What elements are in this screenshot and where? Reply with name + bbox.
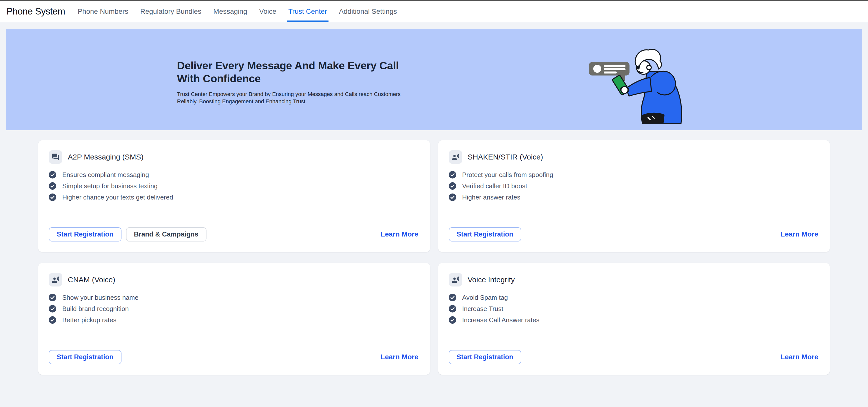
feature-text: Increase Call Answer rates (462, 316, 539, 324)
card-voice-integrity: Voice Integrity Avoid Spam tag Increase … (438, 263, 830, 375)
voice-over-icon (449, 273, 462, 286)
hero-subtitle-line-1: Trust Center Empowers your Brand by Ensu… (177, 91, 401, 98)
feature-item: Verified caller ID boost (449, 182, 818, 190)
start-registration-button[interactable]: Start Registration (49, 350, 122, 364)
feature-item: Simple setup for business texting (49, 182, 418, 190)
feature-list: Ensures compliant messaging Simple setup… (49, 171, 418, 201)
start-registration-button[interactable]: Start Registration (49, 227, 122, 242)
voice-over-icon (449, 150, 462, 164)
feature-item: Increase Call Answer rates (449, 316, 818, 324)
check-circle-icon (449, 193, 456, 201)
feature-item: Show your business name (49, 294, 418, 301)
feature-text: Higher answer rates (462, 193, 521, 201)
feature-text: Simple setup for business texting (62, 182, 158, 190)
card-header: A2P Messaging (SMS) (49, 150, 418, 164)
feature-list: Show your business name Build brand reco… (49, 294, 418, 324)
card-title: Voice Integrity (468, 276, 515, 284)
feature-text: Higher chance your texts get delivered (62, 193, 173, 201)
learn-more-link[interactable]: Learn More (381, 353, 418, 361)
forum-icon (49, 150, 62, 164)
card-footer: Start Registration Brand & Campaigns Lea… (49, 220, 418, 248)
feature-text: Better pickup rates (62, 316, 117, 324)
tab-bar: Phone Numbers Regulatory Bundles Messagi… (72, 1, 403, 22)
hero-heading-line-1: Deliver Every Message And Make Every Cal… (177, 59, 401, 72)
check-circle-icon (49, 294, 56, 301)
feature-item: Build brand recognition (49, 305, 418, 313)
card-a2p-messaging: A2P Messaging (SMS) Ensures compliant me… (38, 140, 430, 252)
tab-additional-settings[interactable]: Additional Settings (333, 1, 403, 22)
card-cnam: CNAM (Voice) Show your business name Bui… (38, 263, 430, 375)
feature-text: Protect your calls from spoofing (462, 171, 553, 179)
card-footer: Start Registration Learn More (49, 343, 418, 371)
hero-illustration (585, 44, 692, 127)
feature-item: Increase Trust (449, 305, 818, 313)
check-circle-icon (49, 305, 56, 313)
card-divider (50, 337, 418, 337)
card-divider (450, 337, 818, 337)
feature-text: Build brand recognition (62, 305, 129, 313)
check-circle-icon (449, 316, 456, 324)
card-title: SHAKEN/STIR (Voice) (468, 153, 543, 161)
check-circle-icon (449, 171, 456, 179)
feature-text: Show your business name (62, 294, 138, 302)
check-circle-icon (449, 305, 456, 313)
tab-regulatory-bundles[interactable]: Regulatory Bundles (134, 1, 207, 22)
card-footer: Start Registration Learn More (449, 220, 818, 248)
learn-more-link[interactable]: Learn More (780, 230, 818, 238)
feature-item: Protect your calls from spoofing (449, 171, 818, 179)
check-circle-icon (49, 193, 56, 201)
card-footer: Start Registration Learn More (449, 343, 818, 371)
card-title: A2P Messaging (SMS) (68, 153, 144, 161)
feature-text: Increase Trust (462, 305, 503, 313)
cards-grid: A2P Messaging (SMS) Ensures compliant me… (38, 140, 830, 375)
card-header: SHAKEN/STIR (Voice) (449, 150, 818, 164)
tab-trust-center[interactable]: Trust Center (282, 1, 333, 22)
learn-more-link[interactable]: Learn More (381, 230, 418, 238)
card-header: CNAM (Voice) (49, 273, 418, 286)
check-circle-icon (49, 182, 56, 190)
hero-subtitle-line-2: Reliably, Boosting Engagement and Enhanc… (177, 98, 401, 105)
check-circle-icon (449, 294, 456, 301)
person-figure (612, 49, 682, 124)
feature-item: Avoid Spam tag (449, 294, 818, 301)
feature-item: Ensures compliant messaging (49, 171, 418, 179)
check-circle-icon (449, 182, 456, 190)
card-shaken-stir: SHAKEN/STIR (Voice) Protect your calls f… (438, 140, 830, 252)
top-navigation: Phone System Phone Numbers Regulatory Bu… (0, 1, 868, 22)
card-divider (50, 214, 418, 214)
learn-more-link[interactable]: Learn More (780, 353, 818, 361)
tab-voice[interactable]: Voice (253, 1, 282, 22)
brand-campaigns-button[interactable]: Brand & Campaigns (126, 227, 207, 242)
feature-list: Protect your calls from spoofing Verifie… (449, 171, 818, 201)
card-divider (450, 214, 818, 214)
tab-phone-numbers[interactable]: Phone Numbers (72, 1, 134, 22)
message-bubble-icon (589, 62, 629, 82)
feature-item: Higher chance your texts get delivered (49, 193, 418, 201)
check-circle-icon (49, 171, 56, 179)
feature-text: Ensures compliant messaging (62, 171, 149, 179)
start-registration-button[interactable]: Start Registration (449, 227, 522, 242)
hero-banner: Deliver Every Message And Make Every Cal… (6, 29, 862, 130)
feature-list: Avoid Spam tag Increase Trust Increase C… (449, 294, 818, 324)
start-registration-button[interactable]: Start Registration (449, 350, 522, 364)
hero-heading-line-2: With Confidence (177, 72, 401, 85)
tab-messaging[interactable]: Messaging (207, 1, 253, 22)
feature-item: Higher answer rates (449, 193, 818, 201)
card-title: CNAM (Voice) (68, 276, 115, 284)
hero-copy: Deliver Every Message And Make Every Cal… (177, 59, 401, 105)
card-header: Voice Integrity (449, 273, 818, 286)
check-circle-icon (49, 316, 56, 324)
feature-text: Avoid Spam tag (462, 294, 508, 302)
page-title: Phone System (6, 6, 65, 17)
voice-over-icon (49, 273, 62, 286)
feature-item: Better pickup rates (49, 316, 418, 324)
feature-text: Verified caller ID boost (462, 182, 527, 190)
